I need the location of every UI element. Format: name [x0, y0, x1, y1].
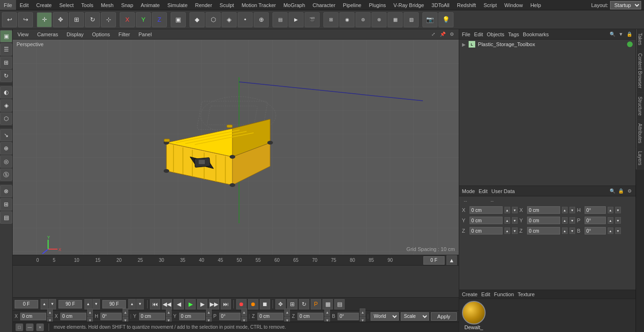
left-tool-3[interactable]: ⬡: [0, 113, 12, 125]
me-create-btn[interactable]: Create: [462, 292, 478, 297]
tab-attributes[interactable]: Attributes: [636, 120, 644, 147]
attr-userdata-btn[interactable]: User Data: [491, 188, 515, 194]
menu-file[interactable]: File: [0, 0, 16, 10]
end-frame-input[interactable]: [58, 300, 82, 308]
pos-x-input[interactable]: [20, 313, 46, 320]
anim-keyframe-btn[interactable]: ▦: [322, 299, 333, 309]
frame-indicator-input[interactable]: [423, 256, 445, 265]
attr-y-rot-dn[interactable]: ▼: [570, 217, 575, 224]
attr-b-input[interactable]: [585, 227, 606, 235]
attr-search-icon[interactable]: 🔍: [609, 188, 616, 194]
om-view-btn[interactable]: Objects: [487, 32, 504, 37]
frame-step-back-input-up[interactable]: ▲: [41, 299, 48, 309]
auto-key-btn[interactable]: ⏺: [248, 299, 258, 309]
prev-frame-btn[interactable]: ◀: [173, 299, 184, 309]
display-menu[interactable]: Display: [65, 32, 85, 37]
me-texture-btn[interactable]: Texture: [518, 292, 535, 297]
snap-vertex-button[interactable]: ◉: [339, 12, 355, 27]
world-dropdown[interactable]: World: [371, 312, 399, 321]
preview-end-input[interactable]: [102, 300, 126, 308]
menu-character[interactable]: Character: [309, 0, 339, 10]
menu-simulate[interactable]: Simulate: [164, 0, 191, 10]
point-mode-button[interactable]: •: [238, 12, 253, 27]
menu-redshift[interactable]: Redshift: [453, 0, 479, 10]
end-frame-up[interactable]: ▲: [84, 299, 92, 309]
om-file-btn[interactable]: File: [462, 32, 471, 37]
me-edit-btn[interactable]: Edit: [481, 292, 490, 297]
left-tool-7[interactable]: Ⓢ: [0, 169, 12, 181]
attr-x-pos-up[interactable]: ▲: [504, 207, 510, 213]
rot-p-up[interactable]: ▲: [241, 308, 247, 316]
layout-dropdown[interactable]: Startup: [610, 1, 641, 9]
attr-z-rot-up[interactable]: ▲: [562, 227, 568, 234]
attr-y-pos-up[interactable]: ▲: [504, 217, 510, 224]
menu-mesh[interactable]: Mesh: [97, 0, 117, 10]
close-icon[interactable]: ×: [36, 324, 44, 331]
attr-y-rot-up[interactable]: ▲: [562, 217, 568, 224]
menu-create[interactable]: Create: [33, 0, 56, 10]
frame-up-btn[interactable]: ▲: [446, 255, 457, 266]
menu-script[interactable]: Script: [480, 0, 501, 10]
left-tool-6[interactable]: ◎: [0, 155, 12, 168]
rot-p-input[interactable]: [219, 313, 240, 320]
pin-icon[interactable]: 📌: [439, 31, 446, 38]
next-keyframe-btn[interactable]: ▶▶: [209, 299, 219, 309]
pos-hz-input[interactable]: [297, 313, 323, 320]
maximize-icon[interactable]: ⤢: [429, 31, 437, 38]
mode-button-1[interactable]: ▣: [0, 30, 12, 42]
menu-vray[interactable]: V-Ray Bridge: [390, 0, 428, 10]
options-menu[interactable]: Options: [90, 32, 112, 37]
pos-hx-input[interactable]: [60, 313, 86, 320]
attr-y-rot-input[interactable]: [527, 217, 560, 224]
cameras-menu[interactable]: Cameras: [35, 32, 60, 37]
pos-x-up[interactable]: ▲: [47, 308, 53, 316]
tab-content-browser[interactable]: Content Browser: [636, 49, 644, 92]
view-menu[interactable]: View: [16, 32, 31, 37]
tab-structure[interactable]: Structure: [636, 93, 644, 120]
cube-button[interactable]: ▣: [171, 12, 186, 27]
settings-icon[interactable]: ⚙: [448, 31, 456, 38]
rotate-tool-button[interactable]: ↻: [85, 12, 100, 27]
menu-tools[interactable]: Tools: [77, 0, 97, 10]
end-frame-down[interactable]: ▼: [92, 299, 100, 309]
left-tool-10[interactable]: ▤: [0, 211, 12, 224]
light-button[interactable]: 💡: [438, 12, 454, 27]
prev-keyframe-btn[interactable]: ◀◀: [162, 299, 172, 309]
attr-lock-icon[interactable]: 🔒: [618, 188, 624, 194]
start-frame-input[interactable]: [15, 300, 38, 308]
record-btn[interactable]: ⏺: [236, 299, 247, 309]
tab-takes[interactable]: Takes: [636, 29, 644, 49]
play-btn[interactable]: ▶: [185, 299, 196, 309]
rot-b-up[interactable]: ▲: [360, 308, 365, 316]
pos-hy-up[interactable]: ▲: [206, 308, 212, 316]
object-visible-dot[interactable]: [627, 41, 633, 47]
om-bookmarks-btn[interactable]: Bookmarks: [523, 32, 549, 37]
snap-all-button[interactable]: ▦: [388, 12, 403, 27]
move-in-anim-btn[interactable]: ✥: [275, 299, 286, 309]
undo-button[interactable]: ↩: [2, 12, 17, 27]
minimize-icon[interactable]: —: [26, 324, 33, 331]
snap-edge-button[interactable]: ⊚: [355, 12, 371, 27]
viewport-status-icon[interactable]: □: [16, 324, 23, 331]
menu-pipeline[interactable]: Pipeline: [339, 0, 365, 10]
attr-edit-btn[interactable]: Edit: [479, 188, 487, 194]
pos-hz-up[interactable]: ▲: [324, 308, 330, 316]
menu-render[interactable]: Render: [191, 0, 216, 10]
timeline-body[interactable]: [13, 266, 459, 297]
attr-b-up[interactable]: ▲: [608, 227, 613, 234]
snap-none-button[interactable]: ▧: [404, 12, 419, 27]
material-item[interactable]: Dewalt_: [462, 301, 486, 330]
scale-in-anim-btn[interactable]: ⊞: [287, 299, 297, 309]
attr-p-up[interactable]: ▲: [608, 217, 613, 224]
left-tool-9[interactable]: ⊞: [0, 198, 12, 211]
panel-menu[interactable]: Panel: [137, 32, 154, 37]
playback-stop-btn[interactable]: ⏹: [260, 299, 270, 309]
object-mode-button[interactable]: ◆: [190, 12, 205, 27]
anim-mode-btn[interactable]: P: [311, 299, 321, 309]
om-lock-icon[interactable]: 🔒: [626, 31, 633, 38]
pos-y-input[interactable]: [139, 313, 165, 320]
left-tool-4[interactable]: ↘: [0, 129, 12, 141]
menu-edit[interactable]: Edit: [16, 0, 33, 10]
preview-end-up[interactable]: ▲: [128, 299, 136, 309]
scale-tool-button[interactable]: ⊞: [69, 12, 84, 27]
